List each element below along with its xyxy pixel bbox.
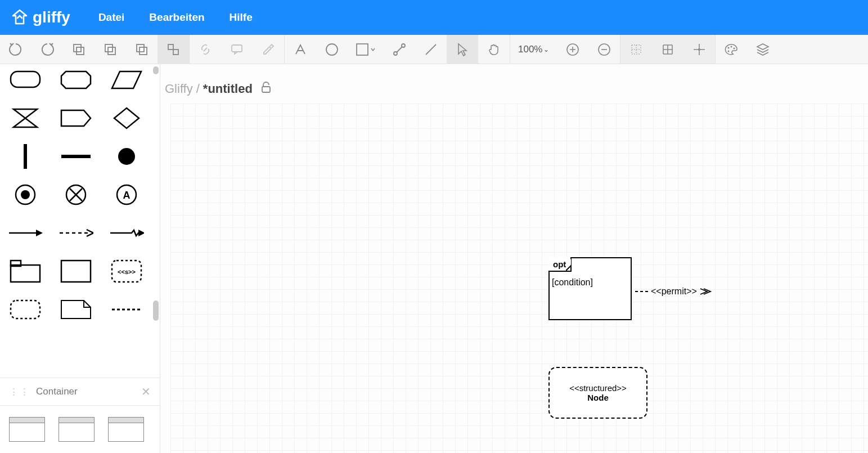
svg-rect-22 — [61, 155, 91, 158]
zoom-level[interactable]: 100% ⌄ — [510, 44, 557, 55]
bring-front-button[interactable] — [95, 35, 126, 64]
shape-signal-icon[interactable] — [59, 106, 93, 131]
drag-handle-icon[interactable]: ⋮⋮ — [9, 386, 30, 398]
unlock-icon[interactable] — [260, 81, 272, 97]
svg-rect-2 — [105, 44, 113, 52]
minus-circle-icon — [597, 43, 611, 56]
shape-diamond-icon[interactable] — [109, 106, 144, 131]
shape-zigzag-arrow-icon[interactable] — [109, 221, 144, 245]
menu-help[interactable]: Hilfe — [230, 11, 253, 24]
opt-frame-tag[interactable]: opt — [548, 257, 572, 272]
svg-rect-31 — [11, 265, 40, 282]
sidebar-scrollbar[interactable] — [151, 64, 160, 453]
circle-icon — [325, 42, 339, 57]
structured-stereotype: <<structured>> — [569, 383, 627, 393]
shape-dashed-line-icon[interactable] — [109, 297, 144, 322]
redo-button[interactable] — [32, 35, 63, 64]
shape-package-icon[interactable] — [8, 259, 43, 284]
document-title[interactable]: *untitled — [203, 82, 253, 96]
shape-window-icon[interactable] — [9, 417, 45, 442]
pan-tool-button[interactable] — [478, 35, 510, 64]
shape-trapezoid-icon[interactable] — [109, 68, 144, 92]
shape-a-circle-icon[interactable]: A — [109, 182, 144, 207]
diagram-structured-node[interactable]: <<structured>> Node — [548, 367, 647, 419]
opt-condition-label[interactable]: [condition] — [552, 277, 593, 288]
eyedropper-icon — [262, 43, 275, 56]
dashed-line-icon — [635, 289, 649, 294]
svg-rect-7 — [173, 50, 178, 55]
shape-dashed-round-rect-icon[interactable] — [8, 297, 43, 322]
rect-icon — [356, 43, 376, 56]
diagram-permit-arrow[interactable]: <<permit>> — [635, 286, 713, 297]
rect-tool-button[interactable] — [348, 35, 384, 64]
text-icon — [294, 43, 307, 56]
permit-label[interactable]: <<permit>> — [651, 286, 697, 297]
group-button[interactable] — [158, 35, 189, 64]
show-grid-button[interactable] — [652, 35, 683, 64]
zoom-out-button[interactable] — [588, 35, 620, 64]
svg-rect-10 — [357, 44, 368, 55]
svg-point-16 — [728, 47, 730, 48]
line-tool-button[interactable] — [415, 35, 447, 64]
hand-icon — [487, 43, 501, 56]
chevron-down-icon: ⌄ — [543, 46, 549, 53]
snap-grid-button[interactable] — [620, 35, 652, 64]
shape-panel[interactable]: A <<s>> — [0, 64, 160, 378]
shape-target-icon[interactable] — [8, 182, 43, 207]
svg-text:<<s>>: <<s>> — [118, 268, 136, 275]
shape-x-circle-icon[interactable] — [59, 182, 93, 207]
shape-filled-circle-icon[interactable] — [109, 144, 144, 169]
svg-point-23 — [118, 148, 135, 165]
connector-icon — [392, 42, 407, 57]
snap-guides-button[interactable] — [683, 35, 715, 64]
shape-stereotype-icon[interactable]: <<s>> — [109, 259, 144, 284]
shape-rect-icon[interactable] — [59, 259, 93, 284]
plus-circle-icon — [566, 43, 579, 56]
container-shapes-row — [0, 406, 160, 453]
crosshair-icon — [692, 43, 706, 56]
layers-button[interactable] — [747, 35, 779, 64]
canvas[interactable]: Gliffy / *untitled opt [condition] <<per… — [160, 64, 868, 453]
app-logo[interactable]: gliffy — [11, 8, 70, 26]
menu-edit[interactable]: Bearbeiten — [149, 11, 204, 24]
shape-chamfer-rect-icon[interactable] — [59, 68, 93, 92]
opt-tag-label: opt — [553, 259, 566, 269]
shape-vertical-bar-icon[interactable] — [8, 144, 43, 169]
shape-rounded-rect-icon[interactable] — [8, 68, 43, 92]
svg-rect-1 — [77, 47, 84, 55]
shape-dashed-arrow-icon[interactable] — [59, 221, 93, 245]
undo-button[interactable] — [0, 35, 32, 64]
app-header: gliffy Datei Bearbeiten Hilfe — [0, 0, 868, 35]
shape-window-icon[interactable] — [59, 417, 95, 442]
category-header-container[interactable]: ⋮⋮ Container ✕ — [0, 378, 160, 406]
link-icon — [199, 43, 212, 56]
close-category-icon[interactable]: ✕ — [141, 385, 151, 398]
shape-window-icon[interactable] — [108, 417, 144, 442]
svg-rect-21 — [24, 144, 27, 169]
breadcrumb-sep: / — [196, 82, 200, 96]
shape-solid-arrow-icon[interactable] — [8, 221, 43, 245]
shape-note-icon[interactable] — [59, 297, 93, 322]
breadcrumb-root[interactable]: Gliffy — [165, 82, 193, 96]
svg-rect-4 — [140, 47, 147, 55]
copy-icon — [72, 43, 86, 56]
text-tool-button[interactable] — [285, 35, 316, 64]
diagram-opt-frame[interactable]: opt [condition] — [548, 257, 632, 320]
shapes-sidebar: A <<s>> ⋮⋮ Conta — [0, 64, 160, 453]
circle-tool-button[interactable] — [316, 35, 348, 64]
send-back-button[interactable] — [126, 35, 158, 64]
palette-icon — [724, 43, 739, 56]
shape-hourglass-icon[interactable] — [8, 106, 43, 131]
scroll-thumb[interactable] — [153, 300, 159, 321]
connector-tool-button[interactable] — [384, 35, 415, 64]
shape-horizontal-bar-icon[interactable] — [59, 144, 93, 169]
theme-button[interactable] — [716, 35, 747, 64]
scroll-up-icon[interactable] — [153, 66, 159, 74]
svg-rect-36 — [11, 300, 40, 319]
svg-point-17 — [731, 46, 732, 47]
pointer-tool-button[interactable] — [447, 35, 478, 64]
zoom-in-button[interactable] — [557, 35, 588, 64]
menu-file[interactable]: Datei — [98, 11, 124, 24]
copy-button[interactable] — [63, 35, 95, 64]
comment-button — [221, 35, 253, 64]
